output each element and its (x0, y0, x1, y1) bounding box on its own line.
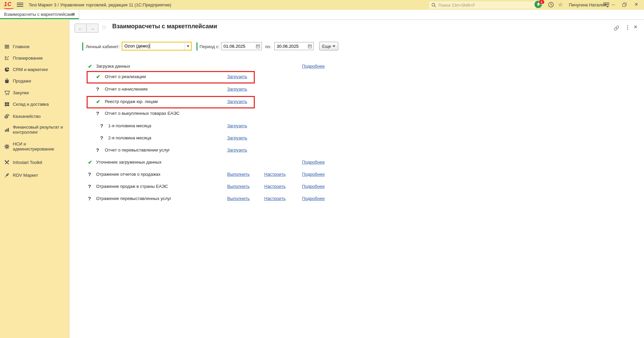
task-label: Отражение отчетов о продажах (96, 170, 160, 179)
sidebar-item-label: Продажи (13, 78, 64, 83)
sidebar-item-home[interactable]: Главное (0, 42, 69, 51)
cabinet-select[interactable]: Ozon (демо) (122, 42, 192, 50)
app-window: 1С Test Маркет 3 / Управление торговлей,… (0, 0, 644, 338)
sidebar-item-purchases[interactable]: Закупки (0, 88, 69, 97)
tab-settlements[interactable]: Взаиморасчеты с маркетплейсами ✕ (0, 10, 79, 19)
task-row: ?Отражение перевыставленных услугВыполни… (0, 194, 644, 203)
tab-close-icon[interactable]: ✕ (71, 12, 75, 16)
sidebar-item-label: Казначейство (13, 114, 64, 119)
calendar-button[interactable] (255, 43, 261, 49)
sidebar-item-label: Закупки (13, 90, 64, 95)
favorite-star-icon[interactable]: ☆ (101, 24, 107, 31)
task-label: Отражение продаж в страны ЕАЭС (96, 182, 168, 191)
status-question-icon: ? (96, 146, 99, 155)
status-question-icon: ? (88, 170, 91, 179)
notification-badge: 1 (539, 0, 545, 4)
sidebar-item-treasury[interactable]: Казначейство (0, 111, 69, 121)
task-link-load[interactable]: Загрузить (227, 134, 247, 142)
period-from-value: 01.06.2025 (223, 44, 245, 49)
window-titlebar: 1С Test Маркет 3 / Управление торговлей,… (0, 0, 644, 10)
task-link-details[interactable]: Подробнее (302, 194, 325, 203)
page-title: Взаиморасчеты с маркетплейсами (112, 23, 217, 30)
task-row: ?Отчет о начисленияхЗагрузить (0, 85, 644, 94)
sales-icon (4, 78, 10, 84)
close-form-icon[interactable]: ✕ (634, 24, 638, 30)
task-link-details[interactable]: Подробнее (302, 170, 325, 179)
sidebar-item-label: Склад и доставка (13, 102, 64, 107)
task-link-run[interactable]: Выполнить (227, 170, 250, 179)
sidebar-item-infostart[interactable]: Infostart Toolkit (0, 158, 69, 167)
task-row: ✔Отчет о реализацииЗагрузить (0, 72, 644, 81)
crm-icon (4, 66, 10, 72)
rdv-icon (4, 172, 10, 178)
task-link-run[interactable]: Выполнить (227, 182, 250, 191)
notifications-button[interactable]: 1 (534, 1, 543, 9)
sidebar-item-crm[interactable]: CRM и маркетинг (0, 65, 69, 74)
task-label: Загрузка данных (96, 62, 130, 71)
task-label: Отчет о перевыставлении услуг (105, 146, 170, 155)
sidebar-item-nsi[interactable]: НСИ и администрирование (0, 139, 69, 154)
task-row: ?Отражение отчетов о продажахВыполнитьНа… (0, 170, 644, 179)
task-row: ?Отчет о выкупленных товарах ЕАЭС (0, 109, 644, 118)
sidebar-item-finance[interactable]: Финансовый результат и контроллинг (0, 122, 69, 137)
more-button-label: Еще (322, 44, 331, 49)
task-link-load[interactable]: Загрузить (227, 122, 247, 130)
field-marker-green (196, 42, 197, 50)
task-link-configure[interactable]: Настроить (264, 194, 286, 203)
task-link-load[interactable]: Загрузить (227, 85, 247, 94)
task-link-load[interactable]: Загрузить (227, 72, 247, 81)
task-link-details[interactable]: Подробнее (302, 62, 325, 71)
back-button[interactable]: ← (74, 24, 87, 33)
kebab-menu-icon[interactable]: ⋮ (625, 24, 630, 30)
tab-label: Взаиморасчеты с маркетплейсами (4, 12, 75, 17)
task-label: Отчет о выкупленных товарах ЕАЭС (105, 109, 180, 118)
chevron-down-icon (187, 45, 189, 47)
sidebar-item-planning[interactable]: Планирование (0, 53, 69, 63)
close-window-button[interactable]: ✕ (633, 1, 640, 7)
status-done-icon: ✔ (96, 97, 100, 106)
restore-icon (622, 3, 626, 7)
task-link-details[interactable]: Подробнее (302, 182, 325, 191)
cabinet-label: Личный кабинет: (86, 44, 120, 49)
minimize-button[interactable]: – (610, 1, 617, 7)
favorites-button[interactable]: ☆ (558, 1, 563, 8)
nsi-icon (4, 143, 10, 149)
status-question-icon: ? (88, 194, 91, 203)
cabinet-dropdown-button[interactable] (185, 42, 191, 50)
home-icon (4, 43, 10, 49)
task-row: ✔Уточнение загруженных данныхПодробнее (0, 158, 644, 167)
get-link-button[interactable] (613, 25, 620, 32)
sidebar-item-label: CRM и маркетинг (13, 67, 64, 72)
sidebar-item-sales[interactable]: Продажи (0, 76, 69, 86)
task-link-load[interactable]: Загрузить (227, 146, 247, 155)
task-link-configure[interactable]: Настроить (264, 182, 286, 191)
app-title: Test Маркет 3 / Управление торговлей, ре… (29, 2, 171, 7)
more-button[interactable]: Еще (319, 42, 338, 50)
history-button[interactable] (548, 2, 554, 9)
task-link-details[interactable]: Подробнее (302, 158, 325, 167)
infostart-icon (4, 159, 10, 165)
task-link-load[interactable]: Загрузить (227, 97, 247, 106)
global-search-input[interactable]: Поиск Ctrl+Shift+F (428, 1, 537, 9)
forward-button[interactable]: → (87, 24, 98, 33)
main-menu-icon[interactable] (17, 3, 23, 8)
task-link-configure[interactable]: Настроить (264, 170, 286, 179)
maximize-button[interactable] (621, 2, 628, 8)
task-row: ?1-я половина месяцаЗагрузить (0, 122, 644, 130)
sidebar-item-warehouse[interactable]: Склад и доставка (0, 99, 69, 109)
task-link-run[interactable]: Выполнить (227, 194, 250, 203)
user-menu-button[interactable] (603, 3, 609, 7)
status-question-icon: ? (96, 109, 99, 118)
user-name: Пичугина Наталия (569, 2, 606, 7)
sidebar-item-rdv[interactable]: RDV Маркет (0, 170, 69, 180)
search-icon (431, 3, 436, 8)
link-icon (613, 25, 620, 31)
calendar-button[interactable] (307, 43, 313, 49)
task-row: ?Отчет о перевыставлении услугЗагрузить (0, 146, 644, 155)
task-label: Отражение перевыставленных услуг (96, 194, 171, 203)
period-to-input[interactable]: 30.06.2025 (274, 42, 314, 50)
task-label: Уточнение загруженных данных (96, 158, 161, 167)
period-from-input[interactable]: 01.06.2025 (221, 42, 262, 50)
task-row: ?Отражение продаж в страны ЕАЭСВыполнить… (0, 182, 644, 191)
clock-icon (548, 2, 554, 8)
